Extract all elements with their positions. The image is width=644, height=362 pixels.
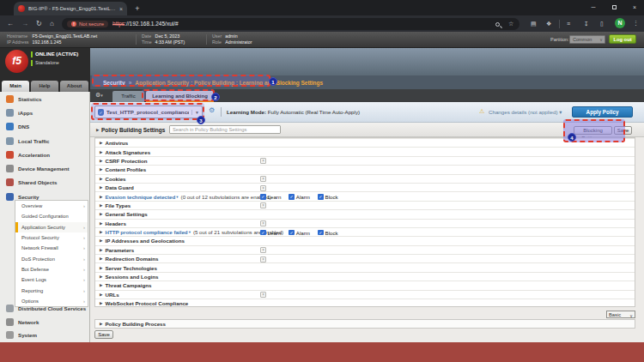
expand-arrow-icon[interactable]: ▶ [100,195,102,199]
expand-arrow-icon[interactable]: ▶ [100,283,102,287]
expand-arrow-icon[interactable]: ▶ [100,185,102,190]
section-row[interactable]: ▶ Evasion technique detected ▾ (0 out of… [95,191,635,200]
security-submenu-item[interactable]: Event Logs › [15,275,88,285]
learn-checkbox[interactable]: ✓ [260,194,266,200]
sidebar-item[interactable]: Device Management [0,161,89,175]
window-maximize-button[interactable] [608,3,620,12]
expand-arrow-icon[interactable]: ▶ [100,256,102,261]
blocking-settings-button[interactable]: Blocking Settings... [574,126,612,135]
security-submenu-item[interactable]: Overview › [15,201,88,211]
subviolation-box-icon[interactable]: × [260,158,266,164]
sidebar-item[interactable]: Statistics [0,92,89,106]
security-submenu-item[interactable]: Bot Defense › [15,264,88,275]
section-label[interactable]: Headers [105,220,125,226]
section-row[interactable]: ▶ Headers ▾ × ✓Learn ✓Alarm ✓Block [95,219,635,227]
settings-search-input[interactable] [169,125,281,134]
window-minimize-button[interactable]: ─ [587,3,599,12]
expand-arrow-icon[interactable]: ▶ [100,266,102,270]
alarm-checkbox[interactable]: ✓ [289,194,295,200]
browser-menu-icon[interactable]: ⋮ [633,20,639,27]
security-submenu-item[interactable]: Guided Configuration › [15,211,88,221]
section-row[interactable]: ▶ HTTP protocol compliance failed ▾ (5 o… [95,227,635,236]
subviolation-box-icon[interactable]: × [260,202,266,208]
security-submenu-item[interactable]: Protocol Security › [15,232,88,243]
bookmark-star-icon[interactable]: ☆ [508,21,513,27]
section-label[interactable]: Data Guard [105,184,133,190]
section-label[interactable]: Server Technologies [105,265,156,271]
section-row[interactable]: ▶ WebSocket Protocol Compliance ▾ × ✓Lea… [95,299,635,307]
subviolation-box-icon[interactable]: × [260,292,266,298]
extensions-puzzle-icon[interactable]: ❖ [546,21,551,27]
section-row[interactable]: ▶ Sessions and Logins ▾ × ✓Learn ✓Alarm … [95,272,635,281]
sidebar-item[interactable]: Distributed Cloud Services [0,302,90,316]
tab-traffic-learning[interactable]: Traffic Learning [112,91,144,102]
expand-arrow-icon[interactable]: ▶ [100,238,102,243]
policy-gear-icon[interactable]: ⚙ [209,106,215,114]
expand-arrow-icon[interactable]: ▶ [100,177,102,181]
expand-arrow-icon[interactable]: ▶ [100,248,102,252]
security-submenu-item[interactable]: Application Security › [15,222,88,232]
breadcrumb-root[interactable]: Security [103,80,125,86]
tab-learning-blocking-settings[interactable]: Learning and Blocking Settings [146,91,214,102]
section-row[interactable]: ▶ Attack Signatures ▾ × ✓Learn ✓Alarm ✓B… [95,147,635,155]
profile-avatar[interactable]: N [615,18,625,28]
expand-arrow-icon[interactable]: ▶ [100,159,102,163]
save-button-bottom[interactable]: Save [94,330,113,339]
learn-checkbox[interactable]: ✓ [260,230,266,236]
tab-help[interactable]: Help [31,81,58,92]
section-row[interactable]: ▶ Antivirus ▾ × ✓Learn ✓Alarm ✓Block [95,138,635,147]
side-panel-icon[interactable]: ▯ [600,21,604,27]
expand-arrow-icon[interactable]: ▶ [100,322,102,326]
section-row[interactable]: ▶ CSRF Protection ▾ × ✓Learn ✓Alarm ✓Blo… [95,156,635,165]
sidebar-item[interactable]: System [0,329,90,342]
section-row[interactable]: ▶ Cookies ▾ × ✓Learn ✓Alarm ✓Block [95,174,635,183]
expand-arrow-icon[interactable]: ▶ [100,275,102,279]
apply-policy-button[interactable]: Apply Policy [572,106,633,118]
gear-menu-icon[interactable]: ⚙▾ [95,92,103,99]
section-label[interactable]: Cookies [105,176,125,182]
expand-arrow-icon[interactable]: ▶ [100,141,102,145]
expand-arrow-icon[interactable]: ▶ [100,203,102,208]
sidebar-item[interactable]: Acceleration [0,148,89,161]
home-icon[interactable]: ⌂ [50,20,54,27]
tab-close-icon[interactable]: × [119,6,123,12]
section-label[interactable]: URLs [105,292,118,298]
expand-arrow-icon[interactable]: ▶ [100,301,102,305]
section-row[interactable]: ▶ URLs ▾ × ✓Learn ✓Alarm ✓Block [95,290,635,299]
section-label[interactable]: Evasion technique detected [105,194,175,200]
back-icon[interactable]: ← [7,20,14,27]
section-label[interactable]: Antivirus [105,140,128,146]
subviolation-box-icon[interactable]: × [260,247,266,253]
security-submenu-item[interactable]: DoS Protection › [15,253,88,263]
subviolation-box-icon[interactable]: × [260,185,266,191]
forward-icon[interactable]: → [21,20,28,27]
search-icon[interactable] [495,22,500,27]
expand-arrow-icon[interactable]: ▶ [100,230,102,234]
new-tab-button[interactable]: + [132,3,143,14]
expand-arrow-icon[interactable]: ▶ [96,128,99,132]
download-icon[interactable]: ↧ [584,21,589,27]
sidebar-item[interactable]: Network [0,316,90,329]
subviolation-box-icon[interactable]: × [260,220,266,226]
section-row[interactable]: ▶ File Types ▾ × ✓Learn ✓Alarm ✓Block [95,201,635,209]
section-label[interactable]: Redirection Domains [105,256,158,262]
section-label[interactable]: File Types [105,202,131,208]
cast-icon[interactable]: ▤ [531,21,537,27]
sidebar-item[interactable]: Local Traffic [0,134,89,148]
address-bar[interactable]: ! Not secure https://192.168.1.245/xui/# [62,18,519,30]
section-row[interactable]: ▶ Redirection Domains ▾ × ✓Learn ✓Alarm … [95,254,635,262]
section-label[interactable]: Sessions and Logins [105,274,158,280]
expand-arrow-icon[interactable]: ▶ [100,221,102,226]
section-label[interactable]: WebSocket Protocol Compliance [105,300,188,306]
section-row[interactable]: ▶ Parameters ▾ × ✓Learn ✓Alarm ✓Block [95,245,635,254]
changes-details-link[interactable]: Changes details (not applied) ▾ [489,109,562,115]
section-label[interactable]: HTTP protocol compliance failed [105,229,187,235]
sidebar-item[interactable]: iApps [0,106,89,119]
view-level-select[interactable]: Basic∨ [606,311,635,318]
section-row[interactable]: ▶ Content Profiles ▾ × ✓Learn ✓Alarm ✓Bl… [95,165,635,173]
section-label[interactable]: CSRF Protection [105,158,147,164]
browser-tab[interactable]: BIG-IP® - F5-Design_Engg01.TestLAB × [14,2,127,15]
policy-building-process-bar[interactable]: ▶ Policy Building Process [94,319,635,329]
sidebar-item[interactable]: DNS [0,120,89,134]
sidebar-item[interactable]: Shared Objects [0,176,89,190]
